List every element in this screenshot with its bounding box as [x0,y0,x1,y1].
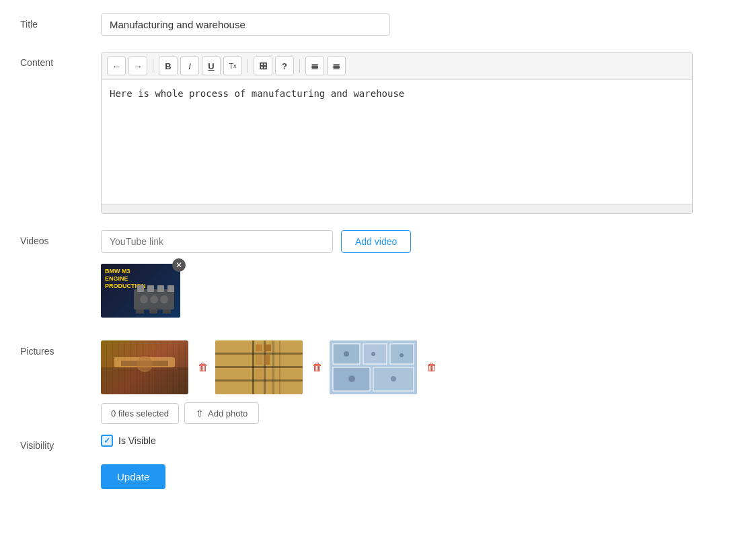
delete-picture-3-icon[interactable]: 🗑 [426,361,437,373]
videos-control: Add video BMW M3 ENGINE PRODUCTION [101,230,736,320]
svg-rect-2 [147,285,154,292]
update-spacer [20,462,101,467]
svg-rect-6 [149,310,157,314]
clear-format-button[interactable]: Tx [223,57,242,75]
visibility-row: Visibility ✓ Is Visible [20,435,736,451]
is-visible-checkbox[interactable]: ✓ [101,435,113,447]
update-row: Update [20,462,736,489]
svg-rect-25 [256,355,262,365]
picture-thumb-2 [215,340,303,394]
picture-item-2 [215,340,303,394]
add-photo-button[interactable]: ⇧ Add photo [184,402,259,424]
picture-item-3 [330,340,417,394]
title-field-wrapper [101,13,736,36]
editor-toolbar: ← → B I U Tx ⊞ ? ≣ ≣ [102,52,692,80]
video-remove-button[interactable]: ✕ [172,258,186,272]
svg-rect-7 [163,310,171,314]
add-video-button[interactable]: Add video [341,230,411,253]
underline-button[interactable]: U [202,57,221,75]
svg-point-34 [344,351,349,357]
engine-graphic [130,276,178,316]
svg-rect-1 [137,285,144,292]
content-textarea[interactable]: Here is whole process of manufacturing a… [102,80,692,201]
file-upload-row: 0 files selected ⇧ Add photo [101,402,736,424]
is-visible-label: Is Visible [118,435,156,446]
visibility-checkbox-row: ✓ Is Visible [101,435,736,447]
videos-row: Videos Add video BMW M3 ENGINE PRODUCTIO… [20,230,736,320]
youtube-link-input[interactable] [101,230,333,253]
picture-thumb-1 [101,340,188,394]
table-button[interactable]: ⊞ [254,57,272,75]
warehouse-graphic [215,340,303,394]
title-label: Title [20,13,101,30]
video-thumbnail-inner: BMW M3 ENGINE PRODUCTION [101,264,180,318]
visibility-label: Visibility [20,435,101,451]
svg-rect-22 [215,379,303,382]
svg-point-36 [400,353,404,357]
picture-thumb-3 [330,340,417,394]
video-thumbnail: BMW M3 ENGINE PRODUCTION [101,264,180,318]
svg-point-14 [137,356,153,372]
aerial-graphic [330,340,417,394]
editor-scroll-area [102,204,692,213]
pictures-row: Pictures 🗑 [20,340,736,424]
update-button[interactable]: Update [101,464,165,489]
videos-input-row: Add video [101,230,736,253]
bold-button[interactable]: B [159,57,178,75]
update-control: Update [101,462,736,489]
svg-rect-3 [157,285,164,292]
toolbar-separator-3 [299,59,300,73]
rich-text-editor: ← → B I U Tx ⊞ ? ≣ ≣ Here is whole proce… [101,52,693,214]
woodwork-graphic [101,340,188,394]
unordered-list-button[interactable]: ≣ [327,57,346,75]
redo-button[interactable]: → [128,57,147,75]
pictures-label: Pictures [20,340,101,357]
svg-rect-4 [167,285,174,292]
svg-rect-21 [215,366,303,368]
svg-point-37 [348,375,355,382]
checkmark-icon: ✓ [104,436,110,445]
toolbar-separator-2 [248,59,248,73]
files-selected-button[interactable]: 0 files selected [101,403,179,424]
svg-rect-24 [264,344,271,351]
svg-rect-20 [215,353,303,355]
content-row: Content ← → B I U Tx ⊞ ? ≣ ≣ Here is who… [20,52,736,214]
upload-icon: ⇧ [196,408,204,419]
help-button[interactable]: ? [275,57,294,75]
ordered-list-button[interactable]: ≣ [305,57,324,75]
visibility-control: ✓ Is Visible [101,435,736,447]
content-label: Content [20,52,101,68]
undo-button[interactable]: ← [107,57,126,75]
videos-label: Videos [20,230,101,246]
svg-rect-27 [256,369,262,378]
svg-rect-5 [136,310,144,314]
add-photo-label: Add photo [208,408,248,419]
pictures-list: 🗑 [101,340,736,394]
title-row: Title [20,13,736,36]
svg-point-9 [150,295,158,303]
svg-rect-23 [256,344,262,351]
delete-picture-1-icon[interactable]: 🗑 [198,361,209,373]
toolbar-separator-1 [153,59,153,73]
svg-point-38 [391,376,396,382]
content-editor-wrapper: ← → B I U Tx ⊞ ? ≣ ≣ Here is whole proce… [101,52,736,214]
svg-point-10 [160,295,168,303]
svg-point-8 [140,295,148,303]
video-thumbnail-wrapper: BMW M3 ENGINE PRODUCTION [101,264,180,318]
svg-point-35 [371,352,375,356]
title-input[interactable] [101,13,390,36]
delete-picture-2-icon[interactable]: 🗑 [312,361,323,373]
svg-rect-26 [264,355,270,365]
pictures-control: 🗑 [101,340,736,424]
italic-button[interactable]: I [180,57,199,75]
picture-item-1 [101,340,188,394]
